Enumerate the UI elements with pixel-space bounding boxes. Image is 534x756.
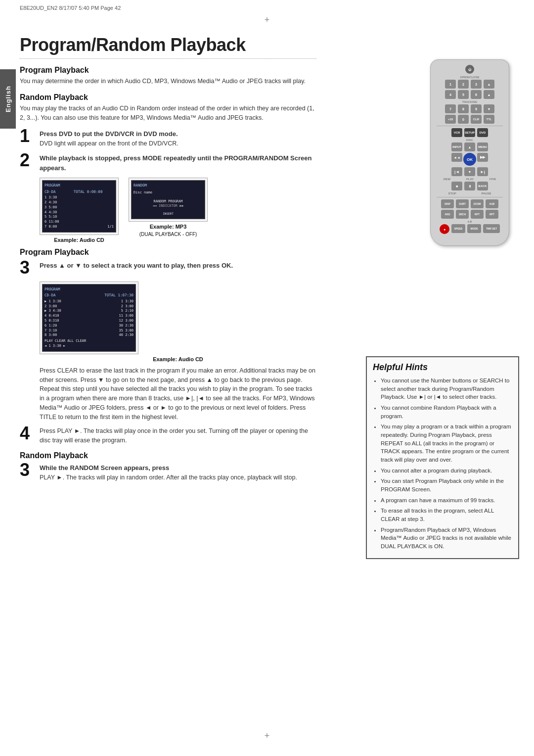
btn-prev[interactable]: |◄	[451, 167, 462, 176]
btn-1[interactable]: 1	[445, 80, 456, 89]
btn-plus10[interactable]: +10	[445, 115, 456, 124]
power-button[interactable]: ⏻	[465, 65, 474, 74]
example-mp3-label: Example: MP3	[129, 224, 208, 230]
btn-zoom[interactable]: ZOOM	[471, 199, 484, 208]
row-input-menu: INPUT ▲ MENU	[437, 142, 503, 151]
btn-stop[interactable]: ■	[451, 182, 462, 190]
btn-ok[interactable]: OK	[463, 153, 476, 166]
row-display: DISP SUBT ZOOM AUD	[437, 199, 503, 208]
step-2-bold: While playback is stopped, press MODE re…	[40, 154, 312, 172]
step-1-content: Press DVD to put the DVD/VCR in DVD mode…	[40, 129, 316, 148]
step-3b-text: PLAY ►. The tracks will play in random o…	[40, 473, 316, 482]
btn-0[interactable]: 0	[458, 115, 469, 124]
program-body: You may determine the order in which Aud…	[20, 77, 316, 86]
hints-title: Helpful Hints	[373, 362, 512, 373]
btn-8[interactable]: 8	[458, 104, 469, 113]
hint-item-2: You cannot combine Random Playback with …	[381, 404, 512, 420]
btn-9[interactable]: 9	[471, 104, 482, 113]
btn-input[interactable]: INPUT	[451, 142, 462, 151]
btn-3[interactable]: 3	[471, 80, 482, 89]
btn-next[interactable]: ►|	[477, 167, 488, 176]
row-angle: ANG SRCH RPT RPT	[437, 210, 503, 219]
btn-subtitle[interactable]: SUBT	[456, 199, 469, 208]
random-body: You may play the tracks of an Audio CD i…	[20, 104, 316, 123]
example-audio-cd-2-wrapper: PROGRAM CD-DATOTAL 1:07:30 ▶ 1 3:301 3:3…	[40, 282, 316, 362]
row-misc: +10 0 CLR TTL	[437, 115, 503, 124]
row-stop-pause: ■ ⏸ BACK	[437, 182, 503, 190]
btn-6[interactable]: 6	[471, 90, 482, 99]
example-box-mp3: RANDOM Disc name RANDOM PROGRAM ◄◄ INDIC…	[129, 178, 208, 221]
step-3b-number: 3	[20, 461, 40, 479]
btn-title[interactable]: TTL	[484, 115, 494, 124]
example-box-audio-2: PROGRAM CD-DATOTAL 1:07:30 ▶ 1 3:301 3:3…	[40, 282, 138, 354]
btn-rec[interactable]: ●	[440, 224, 449, 234]
btn-pause[interactable]: ⏸	[464, 182, 475, 190]
btn-angle[interactable]: ANG	[441, 210, 454, 219]
btn-menu-up[interactable]: ▲	[464, 142, 475, 151]
step-4-number: 4	[20, 425, 40, 442]
hint-item-6: A program can have a maximum of 99 track…	[381, 496, 512, 505]
btn-repeat1[interactable]: RPT	[471, 210, 484, 219]
btn-nav-down[interactable]: ▼	[484, 104, 494, 113]
btn-display[interactable]: DISP	[441, 199, 454, 208]
btn-timer-set[interactable]: TMR SET	[483, 224, 500, 233]
remote-top: ⏻	[437, 65, 503, 74]
btn-audio[interactable]: AUD	[486, 199, 498, 208]
step-2-content: While playback is stopped, press MODE re…	[40, 153, 316, 173]
btn-nav-up[interactable]: ▲	[484, 90, 494, 99]
labels-rew-play-ffw: REW PLAY FFW	[437, 178, 503, 181]
btn-ffw[interactable]: ▶▶	[477, 153, 488, 162]
program-playback-intro: Program Playback You may determine the o…	[20, 66, 316, 86]
btn-speed[interactable]: SPEED	[451, 224, 465, 233]
btn-menu[interactable]: MENU	[477, 142, 488, 151]
btn-search[interactable]: SRCH	[456, 210, 469, 219]
remote-control: ⏻ OPEN/CLOSE 1 2 3 ▲ 4 5 6 ▲ TRACKING 7 …	[430, 59, 509, 246]
example-audio-label-1: Example: Audio CD	[40, 237, 119, 243]
hint-item-7: To erase all tracks in the program, sele…	[381, 507, 512, 523]
screen-audio-cd-2: PROGRAM CD-DATOTAL 1:07:30 ▶ 1 3:301 3:3…	[42, 284, 136, 352]
random-playback-intro: Random Playback You may play the tracks …	[20, 93, 316, 123]
step-3b-bold: While the RANDOM Screen appears, press	[40, 464, 169, 472]
program-heading: Program Playback	[20, 66, 316, 75]
btn-mode[interactable]: MODE	[467, 224, 481, 233]
btn-repeat2[interactable]: RPT	[486, 210, 498, 219]
hint-item-3: You may play a program or a track within…	[381, 423, 512, 464]
page-title: Program/Random Playback	[20, 35, 316, 55]
btn-up-arrow[interactable]: ▲	[484, 80, 494, 89]
btn-vcr[interactable]: VCR	[451, 128, 462, 137]
step-2-number: 2	[20, 151, 40, 169]
screen-mp3: RANDOM Disc name RANDOM PROGRAM ◄◄ INDIC…	[131, 180, 205, 219]
step-3a-content: Press ▲ or ▼ to select a track you want …	[40, 261, 316, 271]
step-3a-bold: Press ▲ or ▼ to select a track you want …	[40, 262, 233, 269]
btn-2[interactable]: 2	[458, 80, 469, 89]
random-heading: Random Playback	[20, 93, 316, 102]
row-rec: ● SPEED MODE TMR SET	[437, 224, 503, 234]
crosshair-bottom: +	[265, 731, 270, 741]
btn-dvd[interactable]: DVD	[477, 128, 488, 137]
step-4-content: Press PLAY ►. The tracks will play once …	[40, 426, 316, 445]
helpful-hints-box: Helpful Hints You cannot use the Number …	[366, 356, 519, 559]
hint-item-8: Program/Random Playback of MP3, Windows …	[381, 526, 512, 551]
example-box-audio: PROGRAM CD-DA TOTAL 0:00:00 1 3:30 2 4:3…	[40, 178, 119, 235]
row-456: 4 5 6 ▲	[437, 90, 503, 99]
step-4-text: Press PLAY ►. The tracks will play once …	[40, 426, 316, 445]
rew-label: REW	[444, 178, 450, 181]
btn-5[interactable]: 5	[458, 90, 469, 99]
row-vcr-dvd: VCR SETUP DVD	[437, 128, 503, 137]
dpad-row: ◄◄ OK ▶▶	[437, 153, 503, 166]
step-1-bold: Press DVD to put the DVD/VCR in DVD mode…	[40, 130, 178, 138]
btn-setup[interactable]: SETUP	[464, 128, 475, 137]
open-close-label: OPEN/CLOSE	[437, 76, 503, 79]
crosshair-top: +	[265, 15, 270, 25]
step-3b: 3 While the RANDOM Screen appears, press…	[20, 463, 316, 482]
btn-4[interactable]: 4	[445, 90, 456, 99]
screen-audio-cd: PROGRAM CD-DA TOTAL 0:00:00 1 3:30 2 4:3…	[42, 180, 116, 233]
btn-down[interactable]: ▼	[464, 167, 475, 176]
btn-rew[interactable]: ◄◄	[451, 153, 462, 162]
step-2: 2 While playback is stopped, press MODE …	[20, 153, 316, 173]
btn-7[interactable]: 7	[445, 104, 456, 113]
btn-clear[interactable]: CLR	[471, 115, 482, 124]
btn-back[interactable]: BACK	[477, 182, 488, 190]
stop-label: STOP	[448, 192, 456, 195]
title-divider	[20, 58, 316, 59]
